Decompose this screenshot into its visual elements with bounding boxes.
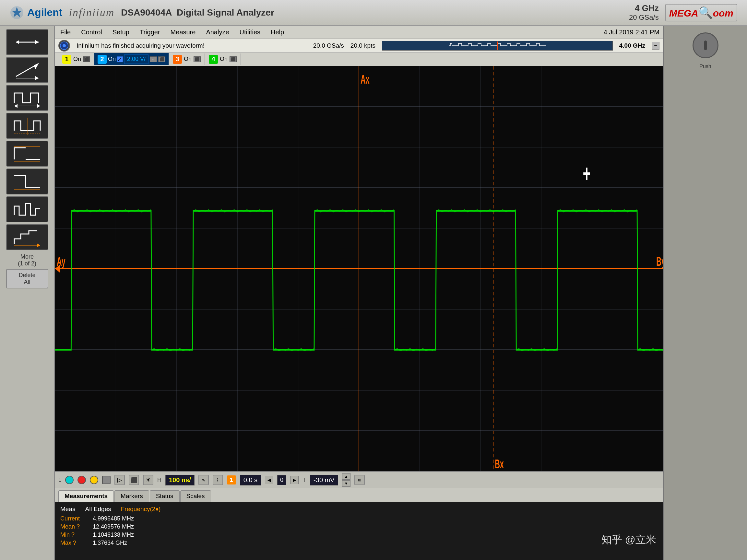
arrows-icon bbox=[12, 32, 42, 52]
arrow-left-button[interactable]: ◀ bbox=[265, 476, 273, 484]
oscilloscope-display: Ax Ay Bx By + bbox=[55, 66, 663, 471]
color-btn-cyan[interactable] bbox=[65, 476, 74, 484]
svg-marker-19 bbox=[37, 243, 40, 247]
freq-readout: 4.00 GHz bbox=[619, 42, 645, 49]
ch2-number: 2 bbox=[98, 55, 107, 64]
timebase-value[interactable]: 100 ns/ bbox=[165, 475, 195, 485]
mega-zoom-logo: MEGA🔍oom bbox=[665, 4, 737, 21]
ch3-icon: ⬛ bbox=[194, 56, 201, 62]
tab-markers[interactable]: Markers bbox=[114, 490, 149, 502]
meas-value-0: 4.9996485 MHz bbox=[93, 515, 134, 522]
svg-text:Ax: Ax bbox=[361, 72, 369, 86]
right-info: 4 GHz 20 GSa/s MEGA🔍oom bbox=[629, 3, 737, 22]
svg-marker-6 bbox=[34, 63, 38, 69]
tool-icon-step[interactable] bbox=[6, 224, 48, 250]
tool-icon-complex[interactable] bbox=[6, 196, 48, 222]
minimize-button[interactable]: − bbox=[652, 42, 660, 50]
arrow-right-button[interactable]: ▶ bbox=[290, 476, 299, 484]
meas-row-3: Max ? 1.37634 GHz bbox=[60, 540, 658, 546]
oscilloscope-svg: Ax Ay Bx By + bbox=[55, 66, 663, 471]
ch2-scale: 2.00 V/ bbox=[124, 54, 149, 64]
meas-value-1: 12.409576 MHz bbox=[93, 524, 134, 530]
delay-value[interactable]: 0.0 s bbox=[240, 475, 261, 485]
mini-waveform bbox=[449, 42, 546, 50]
menu-analyze[interactable]: Analyze bbox=[204, 28, 231, 36]
small-number-left: 1 bbox=[58, 477, 61, 483]
tool-icon-pulse[interactable] bbox=[6, 113, 48, 139]
tool-icon-rising[interactable] bbox=[6, 141, 48, 166]
tabs-area: Measurements Markers Status Scales bbox=[55, 488, 663, 502]
measurements-area: Meas All Edges Frequency(2♦) Current 4.9… bbox=[55, 502, 663, 560]
ch3-tab[interactable]: 3 On ⬛ bbox=[169, 53, 205, 65]
right-controls: Push bbox=[664, 26, 747, 560]
color-btn-yellow[interactable] bbox=[90, 476, 98, 484]
center-screen: File Control Setup Trigger Measure Analy… bbox=[55, 26, 663, 560]
tab-scales[interactable]: Scales bbox=[180, 490, 211, 502]
meas-row-1: Mean ? 12.409576 MHz bbox=[60, 524, 658, 530]
pulse-icon bbox=[12, 116, 42, 135]
timebase-label: H bbox=[157, 477, 161, 483]
ch1-tab[interactable]: 1 On ⬛ bbox=[58, 53, 94, 65]
kpts-info: 20.0 kpts bbox=[351, 42, 376, 49]
trigger-value[interactable]: -30 mV bbox=[310, 475, 338, 485]
tool-icon-diagonal[interactable] bbox=[6, 57, 48, 83]
rising-icon bbox=[12, 144, 42, 163]
top-bar: Agilent infiniium DSA90404A Digital Sign… bbox=[0, 0, 747, 26]
menu-trigger[interactable]: Trigger bbox=[138, 28, 162, 36]
brand-left: Agilent infiniium DSA90404A Digital Sign… bbox=[10, 5, 274, 20]
complex-icon bbox=[12, 199, 42, 219]
ctrl-btn-stop[interactable]: ⬛ bbox=[129, 475, 139, 485]
menu-measure[interactable]: Measure bbox=[169, 28, 198, 36]
ch3-number: 3 bbox=[173, 55, 182, 64]
ctrl-btn-extra[interactable]: ⊞ bbox=[354, 475, 365, 485]
zero-indicator: 0 bbox=[277, 475, 286, 485]
main-area: More (1 of 2) Delete All File Control Se… bbox=[0, 26, 747, 560]
tab-measurements[interactable]: Measurements bbox=[58, 490, 114, 502]
bottom-controls: 1 ▷ ⬛ ☀ H 100 ns/ ∿ ⌇ 1 0.0 s ◀ 0 ▶ T bbox=[55, 471, 663, 488]
agilent-logo: Agilent bbox=[10, 5, 62, 20]
menu-utilities[interactable]: Utilities bbox=[238, 28, 262, 36]
menu-help[interactable]: Help bbox=[269, 28, 286, 36]
meas-value-2: 1.1046138 MHz bbox=[93, 532, 134, 538]
ch2-checkbox[interactable]: ✓ bbox=[117, 56, 123, 62]
meas-row-2: Min ? 1.1046138 MHz bbox=[60, 532, 658, 538]
color-btn-red[interactable] bbox=[77, 476, 86, 484]
ch1-state: On bbox=[73, 56, 81, 62]
agilent-brand: Agilent bbox=[27, 6, 62, 19]
color-btn-grey[interactable] bbox=[102, 476, 110, 484]
menu-items: File Control Setup Trigger Measure Analy… bbox=[58, 28, 286, 36]
svg-marker-4 bbox=[16, 40, 19, 44]
ch4-tab[interactable]: 4 On ⬛ bbox=[205, 53, 241, 65]
menu-control[interactable]: Control bbox=[79, 28, 104, 36]
trigger-up-button[interactable]: ▲ bbox=[342, 473, 351, 480]
menu-setup[interactable]: Setup bbox=[110, 28, 131, 36]
ctrl-btn-wave1[interactable]: ∿ bbox=[199, 475, 209, 485]
frequency-display: 4 GHz bbox=[629, 3, 659, 13]
ctrl-btn-sun[interactable]: ☀ bbox=[143, 475, 153, 485]
more-label: More (1 of 2) bbox=[18, 254, 36, 267]
tool-icon-falling[interactable] bbox=[6, 168, 48, 194]
svg-text:By: By bbox=[656, 254, 663, 269]
model-description: DSA90404A Digital Signal Analyzer bbox=[121, 7, 274, 18]
freq-info: 4 GHz 20 GSa/s bbox=[629, 3, 659, 22]
ch4-icon: ⬛ bbox=[230, 56, 237, 62]
tool-icon-square-wave[interactable] bbox=[6, 85, 48, 111]
tool-icon-arrows[interactable] bbox=[6, 29, 48, 55]
status-message: Infiniium has finished acquiring your wa… bbox=[77, 42, 307, 49]
delete-all-button[interactable]: Delete All bbox=[6, 269, 48, 288]
menu-file[interactable]: File bbox=[58, 28, 73, 36]
diagonal-icon bbox=[12, 60, 42, 80]
ch2-state: On bbox=[108, 56, 116, 62]
circle-dot-icon bbox=[60, 41, 69, 50]
left-panel: More (1 of 2) Delete All bbox=[0, 26, 55, 560]
square-wave-icon bbox=[12, 88, 42, 108]
ctrl-btn-run[interactable]: ▷ bbox=[114, 475, 125, 485]
main-knob[interactable] bbox=[693, 32, 719, 58]
meas-value-3: 1.37634 GHz bbox=[93, 540, 127, 546]
ctrl-btn-wave2[interactable]: ⌇ bbox=[213, 475, 223, 485]
tab-status[interactable]: Status bbox=[150, 490, 180, 502]
trigger-channel-indicator: 1 bbox=[227, 475, 236, 484]
trigger-down-button[interactable]: ▼ bbox=[342, 480, 351, 487]
trigger-label: T bbox=[303, 477, 306, 483]
ch2-tab[interactable]: 2 On ✓ 2.00 V/ ≈ ⬛ bbox=[94, 53, 169, 65]
